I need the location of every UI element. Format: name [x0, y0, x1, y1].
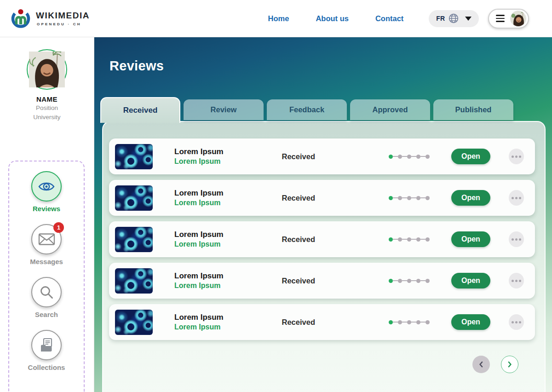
status-label: Received: [282, 235, 389, 244]
brand-subtitle: OPENEDU · CH: [37, 22, 90, 26]
status-label: Received: [282, 194, 389, 202]
sidebar-item-search[interactable]: Search: [31, 277, 62, 318]
progress-connector: [393, 156, 398, 157]
open-button[interactable]: Open: [451, 190, 490, 206]
more-options-button[interactable]: [509, 231, 524, 247]
ellipsis-icon: [512, 156, 514, 158]
chevron-right-icon: [506, 361, 513, 368]
review-card: Lorem Ipsum Lorem Ipsum Received Open: [109, 304, 535, 340]
progress-dot: [416, 320, 420, 324]
progress-dot: [398, 279, 402, 283]
user-menu[interactable]: [488, 9, 529, 29]
progress-dot: [398, 155, 402, 159]
tabs: Received Review Feedback Approved Publis…: [100, 97, 513, 123]
status-label: Received: [282, 277, 389, 285]
review-subtitle: Lorem Ipsum: [174, 323, 282, 331]
profile-avatar[interactable]: [27, 49, 67, 90]
brand-logo[interactable]: WIKIMEDIA OPENEDU · CH: [10, 8, 90, 29]
reviews-panel: Lorem Ipsum Lorem Ipsum Received Open Lo…: [102, 121, 546, 392]
progress-connector: [402, 239, 407, 240]
tab-received[interactable]: Received: [100, 97, 180, 123]
progress-connector: [420, 197, 426, 198]
progress-dot: [398, 237, 402, 242]
sidebar-item-collections[interactable]: Collections: [28, 330, 65, 371]
progress-connector: [402, 197, 407, 198]
progress-connector: [411, 197, 416, 198]
progress-connector: [393, 197, 398, 198]
sidebar-item-label: Reviews: [33, 205, 60, 213]
ellipsis-icon: [512, 280, 514, 282]
messages-badge: 1: [53, 222, 64, 233]
progress-dot: [426, 196, 430, 200]
profile-university: University: [33, 114, 60, 121]
main-content: Reviews Received Review Feedback Approve…: [94, 37, 552, 392]
review-title: Lorem Ipsum: [174, 313, 282, 322]
progress-dot: [407, 196, 411, 200]
tab-feedback[interactable]: Feedback: [267, 99, 347, 120]
progress-connector: [411, 239, 416, 240]
more-options-button[interactable]: [509, 190, 524, 206]
review-card: Lorem Ipsum Lorem Ipsum Received Open: [109, 263, 535, 299]
progress-steps: [389, 155, 432, 159]
progress-steps: [389, 279, 432, 283]
review-title: Lorem Ipsum: [174, 230, 282, 239]
progress-connector: [411, 156, 416, 157]
tab-approved[interactable]: Approved: [350, 99, 430, 120]
user-avatar: [510, 11, 526, 27]
tab-label: Feedback: [289, 105, 324, 114]
review-thumbnail: [115, 185, 153, 211]
open-button[interactable]: Open: [451, 231, 490, 247]
progress-dot: [398, 196, 402, 200]
open-button[interactable]: Open: [451, 149, 490, 164]
pagination: [472, 356, 518, 373]
language-code: FR: [436, 15, 445, 22]
progress-dot: [389, 196, 393, 200]
nav-link-about[interactable]: About us: [316, 14, 349, 23]
nav-link-contact[interactable]: Contact: [375, 14, 403, 23]
sidebar-nav: Reviews 1 Messages: [8, 161, 85, 392]
progress-dot: [407, 320, 411, 324]
next-page-button[interactable]: [501, 356, 518, 373]
tab-published[interactable]: Published: [433, 99, 513, 120]
progress-dot: [389, 237, 393, 242]
review-card: Lorem Ipsum Lorem Ipsum Received Open: [109, 221, 535, 257]
review-card: Lorem Ipsum Lorem Ipsum Received Open: [109, 180, 535, 216]
sidebar-item-messages[interactable]: 1 Messages: [30, 224, 63, 265]
sidebar-item-label: Messages: [30, 258, 63, 265]
progress-steps: [389, 320, 432, 324]
ellipsis-icon: [512, 197, 514, 199]
progress-dot: [426, 320, 430, 324]
review-thumbnail: [115, 268, 153, 294]
progress-dot: [416, 279, 420, 283]
progress-connector: [420, 322, 426, 323]
progress-connector: [411, 280, 416, 281]
profile-position: Position: [36, 104, 58, 112]
open-button[interactable]: Open: [451, 314, 490, 330]
brand-name: WIKIMEDIA: [36, 11, 90, 21]
status-label: Received: [282, 152, 389, 161]
sidebar-item-reviews[interactable]: Reviews: [31, 171, 62, 213]
tab-label: Review: [211, 105, 237, 114]
prev-page-button[interactable]: [472, 356, 490, 373]
review-title: Lorem Ipsum: [174, 147, 282, 156]
app-window: WIKIMEDIA OPENEDU · CH Home About us Con…: [0, 0, 552, 392]
tab-review[interactable]: Review: [184, 99, 264, 120]
progress-connector: [402, 322, 407, 323]
navbar-controls: FR: [429, 9, 529, 29]
progress-connector: [393, 280, 398, 281]
progress-connector: [420, 280, 426, 281]
progress-dot: [416, 196, 420, 200]
language-selector[interactable]: FR: [429, 10, 479, 27]
progress-connector: [402, 156, 407, 157]
review-card: Lorem Ipsum Lorem Ipsum Received Open: [109, 138, 535, 174]
more-options-button[interactable]: [509, 273, 524, 288]
sidebar-item-label: Search: [35, 311, 58, 318]
more-options-button[interactable]: [509, 149, 524, 164]
more-options-button[interactable]: [509, 314, 524, 330]
open-button[interactable]: Open: [451, 273, 490, 288]
review-title: Lorem Ipsum: [174, 271, 282, 281]
nav-link-home[interactable]: Home: [268, 14, 289, 23]
sidebar: NAME Position University Reviews: [0, 37, 94, 392]
progress-dot: [426, 279, 430, 283]
collections-icon: [39, 338, 54, 352]
